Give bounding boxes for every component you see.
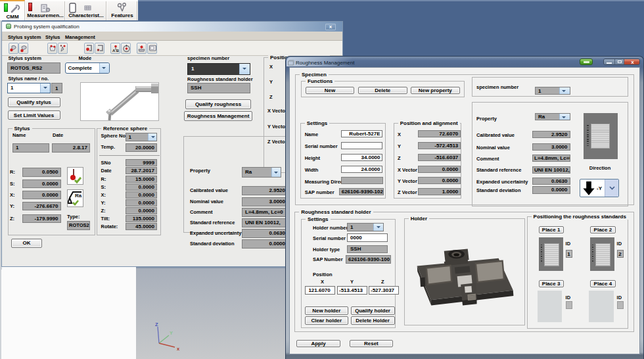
svg-text:Y: Y [170, 330, 173, 336]
svg-text:Z: Z [155, 322, 158, 327]
svg-text:x: x [177, 346, 180, 352]
svg-text:A B: A B [112, 49, 120, 53]
svg-text:Ra: Ra [75, 193, 82, 199]
